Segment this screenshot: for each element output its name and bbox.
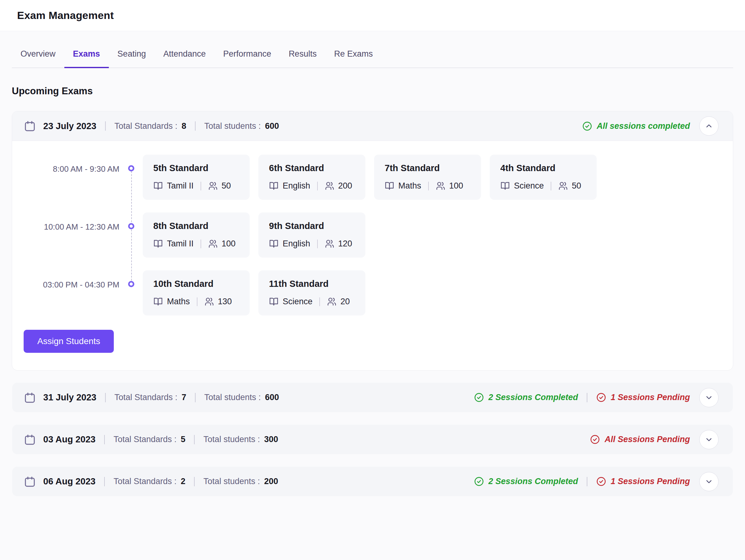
standard-name: 5th Standard (153, 163, 244, 173)
standard-cards: 8th StandardTamil II1009th StandardEngli… (143, 213, 365, 258)
status-text: All Sessions Pending (605, 435, 690, 444)
separator (104, 477, 105, 486)
standard-meta: Maths130 (153, 297, 244, 306)
standard-card: 8th StandardTamil II100 (143, 213, 250, 258)
session-row: 03:00 PM - 04:30 PM10th StandardMaths130… (12, 270, 720, 315)
standard-card: 10th StandardMaths130 (143, 270, 250, 315)
separator (319, 298, 320, 306)
users-icon (327, 297, 336, 306)
exam-card: 03 Aug 2023Total Standards : 5Total stud… (12, 424, 733, 455)
exam-card-body: 8:00 AM - 9:30 AM5th StandardTamil II506… (12, 141, 733, 370)
standard-name: 11th Standard (269, 279, 359, 289)
users-icon (558, 181, 568, 191)
tab-seating[interactable]: Seating (109, 43, 155, 68)
separator (194, 477, 195, 486)
standard-meta: Science20 (269, 297, 359, 306)
total-students: Total students : 600 (204, 121, 279, 131)
collapse-button[interactable] (699, 116, 719, 136)
total-standards: Total Standards : 5 (114, 435, 185, 444)
student-count: 200 (338, 181, 352, 191)
total-students: Total students : 300 (203, 435, 278, 444)
timeline-dot (128, 223, 134, 229)
standard-card: 11th StandardScience20 (258, 270, 365, 315)
upcoming-exams-list: 23 July 2023Total Standards : 8Total stu… (12, 111, 733, 497)
standard-meta: Tamil II100 (153, 239, 244, 249)
exam-date: 06 Aug 2023 (43, 476, 95, 487)
exam-card: 31 July 2023Total Standards : 7Total stu… (12, 382, 733, 412)
student-count: 100 (449, 181, 463, 191)
separator (195, 393, 196, 402)
session-status-success: All sessions completed (582, 121, 690, 131)
standard-meta: English120 (269, 239, 359, 249)
exam-card-header[interactable]: 31 July 2023Total Standards : 7Total stu… (12, 383, 733, 412)
tab-exams[interactable]: Exams (64, 43, 109, 68)
separator (587, 477, 587, 486)
users-icon (325, 181, 334, 191)
student-count: 100 (222, 239, 236, 249)
student-count: 20 (341, 297, 350, 306)
timeline-dot (128, 165, 134, 172)
total-standards: Total Standards : 7 (115, 393, 186, 402)
exam-card: 06 Aug 2023Total Standards : 2Total stud… (12, 466, 733, 497)
check-circle-icon (596, 392, 606, 403)
standard-meta: Maths100 (385, 181, 475, 191)
sessions-timeline: 8:00 AM - 9:30 AM5th StandardTamil II506… (12, 155, 720, 315)
session-status-success: 2 Sessions Completed (474, 392, 578, 403)
users-icon (208, 239, 218, 249)
book-icon (269, 239, 279, 249)
student-count: 130 (218, 297, 232, 306)
check-circle-icon (590, 434, 600, 444)
assign-students-button[interactable]: Assign Students (24, 330, 114, 353)
expand-button[interactable] (699, 388, 719, 407)
student-count: 50 (222, 181, 231, 191)
separator (200, 182, 201, 190)
tab-results[interactable]: Results (280, 43, 325, 68)
timeline-dot (128, 281, 134, 287)
book-icon (269, 297, 279, 306)
exam-card-header[interactable]: 23 July 2023Total Standards : 8Total stu… (12, 112, 733, 141)
expand-button[interactable] (699, 430, 719, 449)
total-standards: Total Standards : 2 (114, 477, 185, 486)
session-status-danger: 1 Sessions Pending (596, 476, 690, 487)
subject-name: Maths (398, 181, 421, 191)
book-icon (153, 239, 163, 249)
separator (105, 393, 106, 402)
session-status-success: 2 Sessions Completed (474, 476, 578, 487)
standard-meta: Tamil II50 (153, 181, 244, 191)
standard-name: 9th Standard (269, 221, 359, 231)
timeline-node (120, 270, 143, 315)
status-text: 1 Sessions Pending (611, 393, 690, 402)
tab-re-exams[interactable]: Re Exams (325, 43, 382, 68)
users-icon (204, 297, 214, 306)
separator (200, 240, 201, 248)
book-icon (385, 181, 394, 191)
check-circle-icon (474, 476, 484, 487)
standard-card: 4th StandardScience50 (490, 155, 597, 200)
status-text: 2 Sessions Completed (488, 393, 578, 402)
calendar-icon (24, 392, 36, 404)
chevron-down-icon (704, 435, 714, 444)
tab-attendance[interactable]: Attendance (155, 43, 215, 68)
tab-overview[interactable]: Overview (12, 43, 64, 68)
standard-cards: 5th StandardTamil II506th StandardEnglis… (143, 155, 597, 200)
subject-name: Maths (167, 297, 190, 306)
session-time: 03:00 PM - 04:30 PM (12, 270, 120, 315)
exam-card-header[interactable]: 06 Aug 2023Total Standards : 2Total stud… (12, 467, 733, 496)
exam-card-header[interactable]: 03 Aug 2023Total Standards : 5Total stud… (12, 425, 733, 454)
session-time: 8:00 AM - 9:30 AM (12, 155, 120, 200)
separator (428, 182, 429, 190)
standard-card: 5th StandardTamil II50 (143, 155, 250, 200)
separator (197, 298, 197, 306)
check-circle-icon (582, 121, 592, 131)
separator (105, 121, 106, 131)
exam-date: 23 July 2023 (43, 121, 96, 131)
standard-name: 8th Standard (153, 221, 244, 231)
timeline-node (120, 213, 143, 258)
standard-meta: Science50 (500, 181, 590, 191)
separator (317, 240, 318, 248)
tab-performance[interactable]: Performance (215, 43, 280, 68)
session-status-danger: 1 Sessions Pending (596, 392, 690, 403)
expand-button[interactable] (699, 472, 719, 491)
standard-cards: 10th StandardMaths13011th StandardScienc… (143, 270, 365, 315)
student-count: 120 (338, 239, 352, 249)
